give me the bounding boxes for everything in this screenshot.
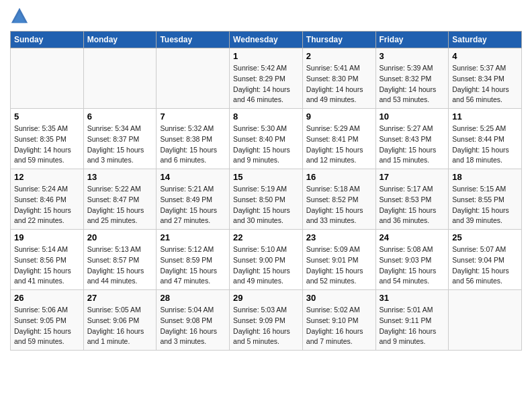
cell-info: Sunrise: 5:41 AM Sunset: 8:30 PM Dayligh… — [306, 63, 372, 105]
cell-info: Sunrise: 5:09 AM Sunset: 9:01 PM Dayligh… — [306, 244, 372, 287]
day-header-saturday: Saturday — [449, 32, 522, 48]
calendar-cell: 20Sunrise: 5:13 AM Sunset: 8:57 PM Dayli… — [83, 230, 157, 290]
calendar-cell: 21Sunrise: 5:12 AM Sunset: 8:59 PM Dayli… — [157, 230, 230, 290]
day-header-wednesday: Wednesday — [230, 32, 303, 48]
day-header-monday: Monday — [83, 32, 157, 48]
cell-info: Sunrise: 5:01 AM Sunset: 9:11 PM Dayligh… — [380, 305, 445, 347]
day-number: 18 — [452, 172, 518, 182]
calendar-cell — [157, 48, 230, 109]
calendar-cell: 8Sunrise: 5:30 AM Sunset: 8:40 PM Daylig… — [230, 109, 303, 169]
cell-info: Sunrise: 5:02 AM Sunset: 9:10 PM Dayligh… — [306, 305, 372, 347]
cell-info: Sunrise: 5:05 AM Sunset: 9:06 PM Dayligh… — [87, 305, 153, 347]
calendar-cell: 25Sunrise: 5:07 AM Sunset: 9:04 PM Dayli… — [449, 230, 522, 290]
day-number: 23 — [306, 232, 372, 242]
calendar-cell: 27Sunrise: 5:05 AM Sunset: 9:06 PM Dayli… — [83, 290, 157, 351]
calendar-cell: 24Sunrise: 5:08 AM Sunset: 9:03 PM Dayli… — [375, 230, 449, 290]
calendar-cell: 4Sunrise: 5:37 AM Sunset: 8:34 PM Daylig… — [449, 48, 522, 109]
day-number: 26 — [14, 293, 80, 303]
cell-info: Sunrise: 5:07 AM Sunset: 9:04 PM Dayligh… — [452, 244, 518, 287]
day-number: 2 — [306, 51, 372, 61]
cell-info: Sunrise: 5:15 AM Sunset: 8:55 PM Dayligh… — [452, 184, 518, 226]
cell-info: Sunrise: 5:18 AM Sunset: 8:52 PM Dayligh… — [306, 184, 372, 226]
cell-info: Sunrise: 5:14 AM Sunset: 8:56 PM Dayligh… — [14, 244, 80, 287]
day-number: 3 — [380, 51, 445, 61]
cell-info: Sunrise: 5:37 AM Sunset: 8:34 PM Dayligh… — [452, 63, 518, 105]
day-number: 8 — [233, 111, 299, 122]
calendar-cell: 18Sunrise: 5:15 AM Sunset: 8:55 PM Dayli… — [449, 169, 522, 230]
calendar-cell: 28Sunrise: 5:04 AM Sunset: 9:08 PM Dayli… — [157, 290, 230, 351]
cell-info: Sunrise: 5:08 AM Sunset: 9:03 PM Dayligh… — [380, 244, 445, 287]
day-number: 24 — [380, 232, 445, 242]
cell-info: Sunrise: 5:24 AM Sunset: 8:46 PM Dayligh… — [14, 184, 80, 226]
day-number: 12 — [14, 172, 80, 182]
calendar-table: SundayMondayTuesdayWednesdayThursdayFrid… — [10, 31, 522, 351]
cell-info: Sunrise: 5:25 AM Sunset: 8:44 PM Dayligh… — [452, 124, 518, 166]
day-number: 15 — [233, 172, 299, 182]
calendar-cell — [11, 48, 84, 109]
day-number: 28 — [160, 293, 226, 303]
calendar-cell: 3Sunrise: 5:39 AM Sunset: 8:32 PM Daylig… — [375, 48, 449, 109]
cell-info: Sunrise: 5:19 AM Sunset: 8:50 PM Dayligh… — [233, 184, 299, 226]
cell-info: Sunrise: 5:39 AM Sunset: 8:32 PM Dayligh… — [380, 63, 445, 105]
calendar-cell: 29Sunrise: 5:03 AM Sunset: 9:09 PM Dayli… — [230, 290, 303, 351]
day-number: 27 — [87, 293, 153, 303]
cell-info: Sunrise: 5:27 AM Sunset: 8:43 PM Dayligh… — [380, 124, 445, 166]
week-row-3: 12Sunrise: 5:24 AM Sunset: 8:46 PM Dayli… — [11, 169, 522, 230]
week-row-4: 19Sunrise: 5:14 AM Sunset: 8:56 PM Dayli… — [11, 230, 522, 290]
calendar-cell: 1Sunrise: 5:42 AM Sunset: 8:29 PM Daylig… — [230, 48, 303, 109]
calendar-cell: 19Sunrise: 5:14 AM Sunset: 8:56 PM Dayli… — [11, 230, 84, 290]
day-number: 10 — [380, 111, 445, 122]
day-number: 6 — [87, 111, 153, 122]
calendar-cell: 17Sunrise: 5:17 AM Sunset: 8:53 PM Dayli… — [375, 169, 449, 230]
day-number: 30 — [306, 293, 372, 303]
day-number: 21 — [160, 232, 226, 242]
cell-info: Sunrise: 5:03 AM Sunset: 9:09 PM Dayligh… — [233, 305, 299, 347]
cell-info: Sunrise: 5:04 AM Sunset: 9:08 PM Dayligh… — [160, 305, 226, 347]
day-number: 25 — [452, 232, 518, 242]
calendar-cell: 30Sunrise: 5:02 AM Sunset: 9:10 PM Dayli… — [302, 290, 375, 351]
page-header — [10, 7, 522, 26]
cell-info: Sunrise: 5:06 AM Sunset: 9:05 PM Dayligh… — [14, 305, 80, 347]
calendar-cell — [83, 48, 157, 109]
week-row-2: 5Sunrise: 5:35 AM Sunset: 8:35 PM Daylig… — [11, 109, 522, 169]
day-header-tuesday: Tuesday — [157, 32, 230, 48]
calendar-cell: 11Sunrise: 5:25 AM Sunset: 8:44 PM Dayli… — [449, 109, 522, 169]
day-number: 13 — [87, 172, 153, 182]
day-number: 9 — [306, 111, 372, 122]
calendar-cell — [449, 290, 522, 351]
calendar-cell: 23Sunrise: 5:09 AM Sunset: 9:01 PM Dayli… — [302, 230, 375, 290]
day-number: 16 — [306, 172, 372, 182]
cell-info: Sunrise: 5:29 AM Sunset: 8:41 PM Dayligh… — [306, 124, 372, 166]
day-number: 19 — [14, 232, 80, 242]
cell-info: Sunrise: 5:10 AM Sunset: 9:00 PM Dayligh… — [233, 244, 299, 287]
calendar-cell: 9Sunrise: 5:29 AM Sunset: 8:41 PM Daylig… — [302, 109, 375, 169]
day-header-friday: Friday — [375, 32, 449, 48]
cell-info: Sunrise: 5:34 AM Sunset: 8:37 PM Dayligh… — [87, 124, 153, 166]
calendar-cell: 7Sunrise: 5:32 AM Sunset: 8:38 PM Daylig… — [157, 109, 230, 169]
day-header-sunday: Sunday — [11, 32, 84, 48]
calendar-cell: 31Sunrise: 5:01 AM Sunset: 9:11 PM Dayli… — [375, 290, 449, 351]
cell-info: Sunrise: 5:32 AM Sunset: 8:38 PM Dayligh… — [160, 124, 226, 166]
calendar-cell: 2Sunrise: 5:41 AM Sunset: 8:30 PM Daylig… — [302, 48, 375, 109]
cell-info: Sunrise: 5:21 AM Sunset: 8:49 PM Dayligh… — [160, 184, 226, 226]
week-row-1: 1Sunrise: 5:42 AM Sunset: 8:29 PM Daylig… — [11, 48, 522, 109]
day-number: 29 — [233, 293, 299, 303]
day-number: 5 — [14, 111, 80, 122]
calendar-cell: 26Sunrise: 5:06 AM Sunset: 9:05 PM Dayli… — [11, 290, 84, 351]
day-header-thursday: Thursday — [302, 32, 375, 48]
cell-info: Sunrise: 5:42 AM Sunset: 8:29 PM Dayligh… — [233, 63, 299, 105]
day-number: 22 — [233, 232, 299, 242]
calendar-cell: 10Sunrise: 5:27 AM Sunset: 8:43 PM Dayli… — [375, 109, 449, 169]
day-number: 7 — [160, 111, 226, 122]
day-number: 11 — [452, 111, 518, 122]
week-row-5: 26Sunrise: 5:06 AM Sunset: 9:05 PM Dayli… — [11, 290, 522, 351]
day-number: 4 — [452, 51, 518, 61]
logo-icon — [10, 7, 29, 26]
calendar-cell: 15Sunrise: 5:19 AM Sunset: 8:50 PM Dayli… — [230, 169, 303, 230]
day-number: 14 — [160, 172, 226, 182]
cell-info: Sunrise: 5:12 AM Sunset: 8:59 PM Dayligh… — [160, 244, 226, 287]
calendar-cell: 6Sunrise: 5:34 AM Sunset: 8:37 PM Daylig… — [83, 109, 157, 169]
calendar-cell: 22Sunrise: 5:10 AM Sunset: 9:00 PM Dayli… — [230, 230, 303, 290]
day-number: 1 — [233, 51, 299, 61]
calendar-cell: 14Sunrise: 5:21 AM Sunset: 8:49 PM Dayli… — [157, 169, 230, 230]
